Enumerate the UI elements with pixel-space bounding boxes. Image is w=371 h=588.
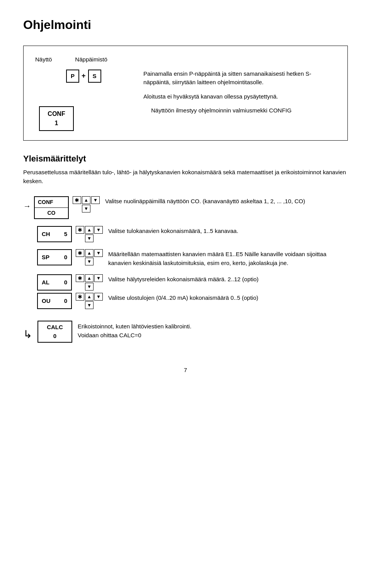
al-controls: ✱ ▲ ▼ ▼	[76, 274, 103, 291]
al-row: AL 0 ✱ ▲ ▼ ▼ Valitse hälytysreleiden kok…	[23, 274, 348, 291]
down2-btn-ou[interactable]: ▼	[85, 301, 94, 309]
up-btn-confco[interactable]: ▲	[82, 196, 90, 204]
ou-row: OU 0 ✱ ▲ ▼ ▼ Valitse ulostulojen (0/4..2…	[23, 293, 348, 309]
ch-row: CH 5 ✱ ▲ ▼ ▼ Valitse tulokanavien kokona…	[23, 226, 348, 242]
sp-desc: Määritellään matemaattisten kanavien mää…	[108, 249, 348, 267]
page-title: Ohjelmointi	[23, 15, 348, 34]
arrow-right-icon: →	[23, 200, 31, 212]
sp-display: SP 0	[37, 249, 72, 265]
conf-co-row: → CONF CO ✱ ▲ ▼ ▼ Valitse nuolinäppäimil…	[23, 196, 348, 219]
al-display: AL 0	[37, 274, 72, 291]
down2-btn-ch[interactable]: ▼	[85, 235, 94, 242]
conf-desc: Näyttöön ilmestyy ohjelmoinnin valmiusme…	[151, 106, 336, 115]
ps-description: Painamalla ensin P-näppäintä ja sitten s…	[143, 70, 336, 87]
conf-label: CONF	[48, 109, 65, 119]
al-label: AL	[42, 278, 49, 287]
down2-btn-al[interactable]: ▼	[85, 283, 94, 291]
calc-label: CALC	[47, 323, 63, 332]
sp-value: 0	[64, 253, 67, 262]
up-btn-sp[interactable]: ▲	[85, 249, 94, 257]
calc-row: ↳ CALC 0 Erikoistoinnot, kuten lähtövies…	[23, 321, 348, 343]
conf-co-display: CONF CO	[34, 196, 69, 219]
asterisk-btn-sp[interactable]: ✱	[76, 249, 84, 257]
down-btn-confco[interactable]: ▼	[91, 196, 100, 204]
sp-row: SP 0 ✱ ▲ ▼ ▼ Määritellään matemaattisten…	[23, 249, 348, 267]
asterisk-btn-al[interactable]: ✱	[76, 274, 84, 282]
curved-arrow-icon: ↳	[23, 326, 32, 343]
nappaimisto-label: Näppäimistö	[75, 55, 107, 64]
page-number: 7	[23, 366, 348, 375]
ou-value: 0	[64, 297, 67, 306]
ou-controls: ✱ ▲ ▼ ▼	[76, 293, 103, 309]
up-btn-al[interactable]: ▲	[85, 274, 94, 282]
down2-btn-sp[interactable]: ▼	[85, 258, 94, 265]
key-s-button[interactable]: S	[88, 70, 101, 83]
down-btn-al[interactable]: ▼	[94, 274, 103, 282]
down-btn-sp[interactable]: ▼	[94, 249, 103, 257]
ou-label: OU	[42, 297, 51, 306]
al-value: 0	[64, 278, 67, 287]
asterisk-btn-ou[interactable]: ✱	[76, 293, 84, 301]
down-btn-ch[interactable]: ▼	[94, 226, 103, 234]
conf-co-top-label: CONF	[38, 198, 53, 206]
top-section: Näyttö Näppäimistö P + S Painamalla ensi…	[23, 46, 348, 141]
ou-desc: Valitse ulostulojen (0/4..20 mA) kokonai…	[108, 293, 348, 302]
plus-sign: +	[82, 71, 86, 81]
down-btn-ou[interactable]: ▼	[94, 293, 103, 301]
naytto-label: Näyttö	[35, 55, 52, 64]
up-btn-ch[interactable]: ▲	[85, 226, 94, 234]
calc-desc1: Erikoistoinnot, kuten lähtöviestien kali…	[78, 322, 348, 331]
down2-btn-confco[interactable]: ▼	[82, 205, 90, 212]
ch-display: CH 5	[37, 226, 72, 242]
asterisk-btn-confco[interactable]: ✱	[73, 196, 81, 204]
sp-label: SP	[42, 253, 49, 262]
conf-co-bottom-label: CO	[48, 209, 56, 217]
calc-desc: Erikoistoinnot, kuten lähtöviestien kali…	[78, 321, 348, 340]
ou-display: OU 0	[37, 293, 72, 309]
ch-value: 5	[64, 230, 67, 239]
conf-num: 1	[55, 119, 58, 128]
ch-desc: Valitse tulokanavien kokonaismäärä, 1..5…	[108, 226, 348, 236]
section-heading: Yleismäärittelyt	[23, 152, 348, 165]
calc-display: CALC 0	[37, 321, 72, 343]
calc-desc2: Voidaan ohittaa CALC=0	[78, 331, 348, 340]
al-desc: Valitse hälytysreleiden kokonaismäärä mä…	[108, 274, 348, 284]
calc-value: 0	[53, 332, 56, 341]
conf-co-desc: Valitse nuolinäppäimillä näyttöön CO. (k…	[105, 196, 348, 206]
ch-label: CH	[42, 230, 50, 239]
up-btn-ou[interactable]: ▲	[85, 293, 94, 301]
asterisk-btn-ch[interactable]: ✱	[76, 226, 84, 234]
desc2: Aloitusta ei hyväksytä kanavan ollessa p…	[143, 92, 336, 101]
conf-display: CONF 1	[39, 106, 74, 131]
section-desc: Perusasettelussa määritellään tulo-, läh…	[23, 168, 348, 185]
key-p-button[interactable]: P	[66, 70, 79, 83]
conf-row: CONF 1 Näyttöön ilmestyy ohjelmoinnin va…	[35, 106, 336, 131]
header-labels: Näyttö Näppäimistö	[35, 55, 136, 64]
